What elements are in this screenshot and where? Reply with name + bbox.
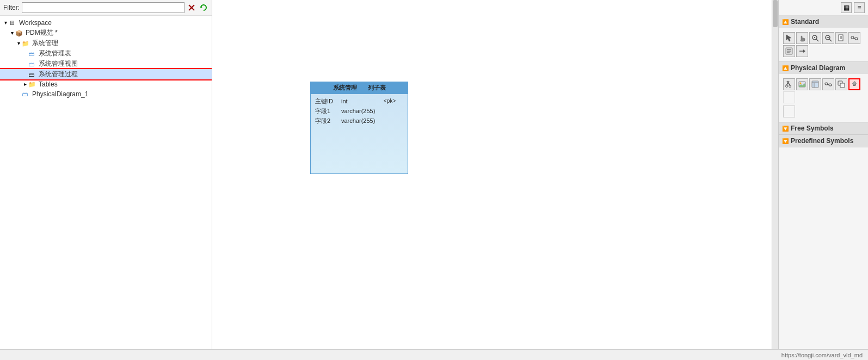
tree-toggle-tables[interactable]: ▸ <box>22 81 28 88</box>
link-pd-button[interactable] <box>822 78 834 90</box>
process-icon: 🗃 <box>28 70 37 79</box>
arrow-icon <box>798 47 806 55</box>
db-table-diagram[interactable]: 系统管理 列子表 主键ID int <pk> 字段1 varchar(255) <box>310 82 408 174</box>
standard-section: 🔼 Standard <box>779 16 868 62</box>
canvas-scrollbar-thumb[interactable] <box>773 0 778 27</box>
list-view-button[interactable]: ≡ <box>854 2 865 13</box>
blank-tool-row <box>781 105 866 120</box>
svg-rect-16 <box>855 38 858 40</box>
tree-label-workspace: Workspace <box>19 19 52 27</box>
tree-item-pdm[interactable]: ▾ 📦 PDM规范 * <box>0 28 212 38</box>
col-name-1: 主键ID <box>315 96 337 106</box>
svg-rect-37 <box>840 83 845 88</box>
db-table-body: 主键ID int <pk> 字段1 varchar(255) 字段2 varch… <box>311 94 408 173</box>
standard-collapse-icon: 🔼 <box>782 19 789 25</box>
filter-input[interactable] <box>22 2 184 13</box>
predefined-symbols-section-header[interactable]: 🔽 Predefined Symbols <box>779 135 868 147</box>
canvas-area[interactable]: 系统管理 列子表 主键ID int <pk> 字段1 varchar(255) <box>212 0 778 349</box>
page-button[interactable] <box>835 32 847 44</box>
center-canvas[interactable]: 系统管理 列子表 主键ID int <pk> 字段1 varchar(255) <box>212 0 778 349</box>
workspace-icon: 🖥 <box>9 18 17 27</box>
clear-icon <box>188 4 195 11</box>
standard-section-header[interactable]: 🔼 Standard <box>779 16 868 28</box>
free-symbols-collapse-icon: 🔽 <box>782 126 789 132</box>
cut-tool-button[interactable] <box>783 78 795 90</box>
page-icon <box>838 34 845 42</box>
svg-rect-34 <box>829 84 832 86</box>
tree-item-sysmanage[interactable]: ▾ 📁 系统管理 <box>0 38 212 48</box>
right-top-bar: ▦ ≡ <box>779 0 868 16</box>
tree-toggle-pdm[interactable]: ▾ <box>9 30 15 36</box>
status-bar: https://tongji.com/vard_vld_md <box>0 349 868 360</box>
physical-diagram-toolbar <box>781 76 866 105</box>
tree-item-tables[interactable]: ▸ 📁 Tables <box>0 79 212 89</box>
tree-toggle-sm-process <box>22 71 28 78</box>
free-symbols-section-header[interactable]: 🔽 Free Symbols <box>779 122 868 134</box>
link-pd-icon <box>824 80 832 88</box>
col-type-2: varchar(255) <box>341 106 379 116</box>
zoom-out-icon <box>824 34 832 42</box>
db-table-spacer <box>315 126 403 169</box>
link-standard-icon <box>851 34 858 42</box>
tree-toggle-sm-table <box>22 51 28 57</box>
db-table-row-1: 主键ID int <pk> <box>315 96 403 106</box>
status-text: https://tongji.com/vard_vld_md <box>781 352 863 358</box>
standard-toolbar <box>781 30 866 59</box>
left-panel: Filter: ▾ 🖥 Workspace <box>0 0 212 349</box>
filter-label: Filter: <box>3 4 20 11</box>
format-icon <box>785 47 793 55</box>
image-icon <box>798 80 806 88</box>
filter-bar: Filter: <box>0 0 212 16</box>
tree-toggle-workspace[interactable]: ▾ <box>2 20 9 26</box>
col-type-1: int <box>341 96 379 106</box>
format-button[interactable] <box>783 45 795 57</box>
col-name-3: 字段2 <box>315 116 337 126</box>
tree-label-physdiag: PhysicalDiagram_1 <box>32 90 88 98</box>
tree-label-sm-table: 系统管理表 <box>39 49 71 58</box>
standard-section-title: Standard <box>791 18 819 26</box>
free-symbols-section: 🔽 Free Symbols <box>779 122 868 135</box>
physical-diagram-section-header[interactable]: 🔼 Physical Diagram <box>779 62 868 74</box>
tree-item-sysmanage-table[interactable]: 🗃 系统管理表 <box>0 48 212 59</box>
arrow-button[interactable] <box>796 45 808 57</box>
hand-tool-button[interactable] <box>796 32 808 44</box>
image-tool-button[interactable] <box>796 78 808 90</box>
app-container: Filter: ▾ 🖥 Workspace <box>0 0 868 349</box>
extra-empty-button[interactable] <box>783 105 795 117</box>
tree-area[interactable]: ▾ 🖥 Workspace ▾ 📦 PDM规范 * ▾ 📁 系统管理 <box>0 16 212 349</box>
pdm-icon: 📦 <box>15 29 24 38</box>
physdiag-icon: 🗃 <box>22 90 30 98</box>
canvas-scrollbar[interactable] <box>772 0 778 349</box>
filter-refresh-button[interactable] <box>199 3 208 13</box>
link-standard-button[interactable] <box>848 32 860 44</box>
cursor-tool-button[interactable] <box>783 32 795 44</box>
physical-diagram-collapse-icon: 🔼 <box>782 65 789 71</box>
table-tool-button[interactable] <box>809 78 821 90</box>
copy-link-button[interactable] <box>835 78 847 90</box>
settings-button[interactable] <box>848 78 860 90</box>
tree-label-pdm: PDM规范 * <box>26 28 58 38</box>
physical-diagram-section-content <box>779 74 868 122</box>
tree-label-sm-process: 系统管理过程 <box>39 70 78 79</box>
zoom-out-button[interactable] <box>822 32 834 44</box>
physical-diagram-section-title: Physical Diagram <box>791 64 845 72</box>
tree-label-tables: Tables <box>39 80 58 88</box>
col-type-3: varchar(255) <box>341 116 379 126</box>
svg-marker-3 <box>786 35 791 41</box>
tree-item-sysmanage-diagram[interactable]: 🗃 系统管理视图 <box>0 59 212 69</box>
tree-toggle-sysmanage[interactable]: ▾ <box>15 40 22 47</box>
grid-view-button[interactable]: ▦ <box>841 2 852 13</box>
db-table-row-3: 字段2 varchar(255) <box>315 116 403 126</box>
svg-marker-23 <box>803 49 805 53</box>
tree-item-workspace[interactable]: ▾ 🖥 Workspace <box>0 18 212 28</box>
zoom-in-icon <box>811 34 819 42</box>
svg-point-29 <box>800 83 802 84</box>
tree-item-sysmanage-process[interactable]: 🗃 系统管理过程 <box>0 69 212 79</box>
zoom-in-button[interactable] <box>809 32 821 44</box>
filter-clear-button[interactable] <box>187 3 196 13</box>
db-table-row-2: 字段1 varchar(255) <box>315 106 403 116</box>
tree-item-physicaldiagram[interactable]: 🗃 PhysicalDiagram_1 <box>0 89 212 99</box>
svg-line-7 <box>816 39 818 41</box>
predefined-symbols-section: 🔽 Predefined Symbols <box>779 135 868 147</box>
svg-line-10 <box>829 39 832 41</box>
